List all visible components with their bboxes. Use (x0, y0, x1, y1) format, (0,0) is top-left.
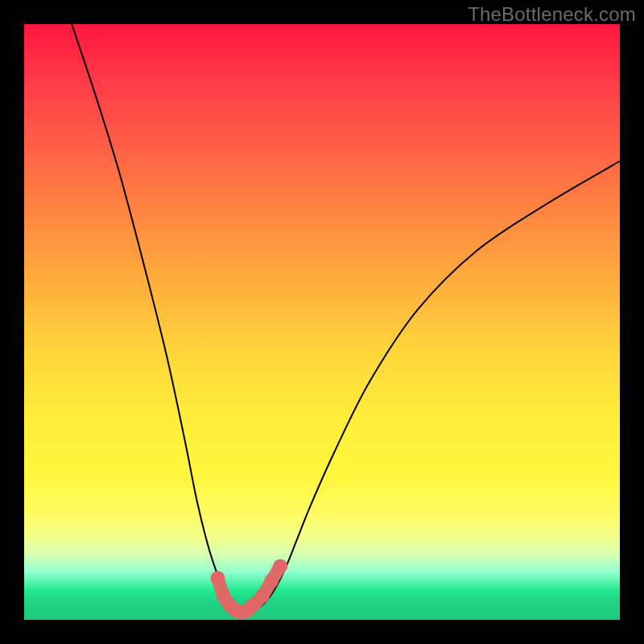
trough-highlight-dot (255, 588, 270, 603)
trough-highlight (211, 559, 288, 619)
curve-path (72, 24, 620, 614)
bottleneck-curve (72, 24, 620, 614)
watermark-text: TheBottleneck.com (468, 3, 636, 26)
plot-area (24, 24, 620, 620)
trough-highlight-dot (273, 559, 287, 573)
chart-frame: TheBottleneck.com (0, 0, 644, 644)
chart-svg (24, 24, 620, 620)
trough-highlight-dot (211, 571, 225, 585)
trough-highlight-dot (264, 574, 279, 588)
